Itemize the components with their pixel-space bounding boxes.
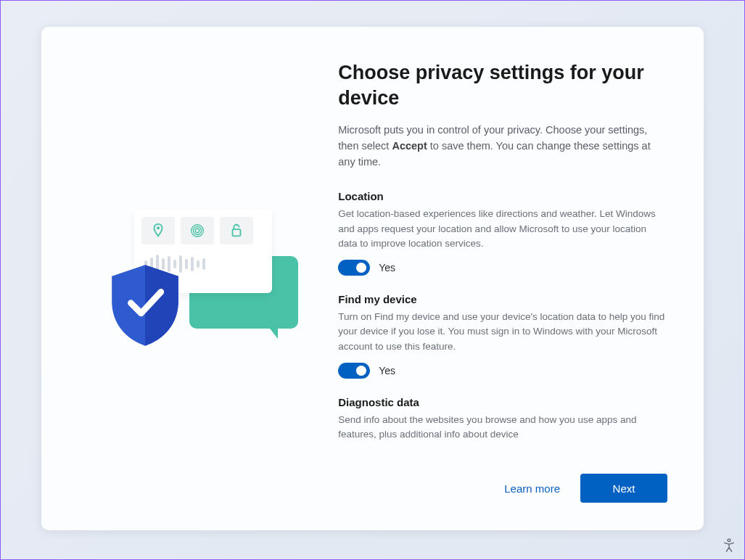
- learn-more-link[interactable]: Learn more: [504, 482, 560, 495]
- illustration-pane: [69, 60, 338, 503]
- privacy-illustration: [110, 205, 298, 387]
- accessibility-icon[interactable]: [721, 538, 737, 553]
- svg-point-2: [193, 227, 201, 235]
- location-pin-icon: [141, 217, 175, 244]
- setting-diagnostic-data: Diagnostic data Send info about the webs…: [338, 396, 667, 442]
- settings-list: Location Get location-based experiences …: [338, 190, 667, 459]
- svg-rect-4: [232, 229, 240, 236]
- toggle-find-my-device[interactable]: [338, 363, 370, 379]
- toggle-location[interactable]: [338, 260, 370, 276]
- fingerprint-icon: [181, 217, 214, 244]
- content-pane: Choose privacy settings for your device …: [338, 60, 667, 503]
- page-subtitle: Microsoft puts you in control of your pr…: [338, 123, 667, 170]
- lock-icon: [220, 217, 253, 244]
- setting-location: Location Get location-based experiences …: [338, 190, 667, 276]
- setting-title: Diagnostic data: [338, 396, 667, 408]
- setting-title: Location: [338, 190, 667, 202]
- setup-card: Choose privacy settings for your device …: [41, 27, 704, 530]
- setting-title: Find my device: [338, 293, 667, 305]
- footer-actions: Learn more Next: [338, 459, 667, 503]
- next-button[interactable]: Next: [580, 474, 667, 503]
- shield-check-icon: [105, 262, 185, 349]
- toggle-label: Yes: [379, 365, 395, 376]
- setting-description: Send info about the websites you browse …: [338, 413, 667, 442]
- setting-description: Get location-based experiences like dire…: [338, 207, 667, 251]
- svg-point-5: [728, 539, 730, 542]
- toggle-label: Yes: [379, 262, 395, 273]
- setting-description: Turn on Find my device and use your devi…: [338, 310, 667, 354]
- svg-point-3: [195, 228, 199, 233]
- page-title: Choose privacy settings for your device: [338, 60, 667, 111]
- svg-point-0: [157, 226, 160, 229]
- setting-find-my-device: Find my device Turn on Find my device an…: [338, 293, 667, 379]
